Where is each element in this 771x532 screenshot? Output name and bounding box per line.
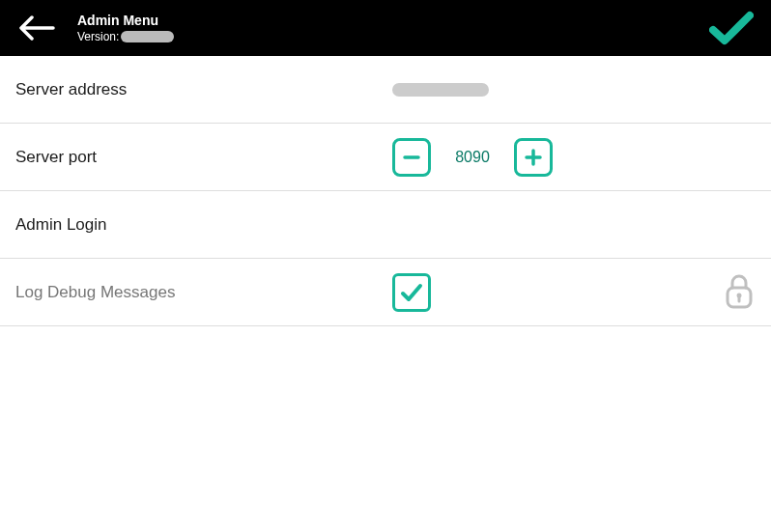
server-address-value-redacted [392,83,489,97]
lock-icon [725,272,754,313]
checkmark-icon [399,280,424,305]
row-log-debug: Log Debug Messages [0,259,771,326]
plus-icon [524,148,543,167]
minus-icon [402,148,421,167]
arrow-left-icon [18,15,55,41]
log-debug-label: Log Debug Messages [15,283,392,302]
page-title: Admin Menu [77,13,174,28]
version-value-redacted [121,31,174,42]
header: Admin Menu Version: [0,0,771,56]
admin-login-label: Admin Login [15,215,392,235]
log-debug-controls [392,273,431,312]
confirm-button[interactable] [707,4,756,52]
increment-button[interactable] [514,138,553,177]
header-text: Admin Menu Version: [77,13,174,43]
log-debug-checkbox[interactable] [392,273,431,312]
server-port-value: 8090 [448,149,497,166]
row-server-address[interactable]: Server address [0,56,771,124]
server-port-stepper: 8090 [392,138,553,177]
decrement-button[interactable] [392,138,431,177]
version-line: Version: [77,30,174,43]
version-label: Version: [77,30,119,43]
server-port-label: Server port [15,148,392,167]
row-server-port: Server port 8090 [0,124,771,191]
check-icon [709,11,754,45]
back-button[interactable] [15,7,58,49]
server-address-value-area [392,83,489,97]
server-address-label: Server address [15,80,392,99]
row-admin-login[interactable]: Admin Login [0,191,771,259]
